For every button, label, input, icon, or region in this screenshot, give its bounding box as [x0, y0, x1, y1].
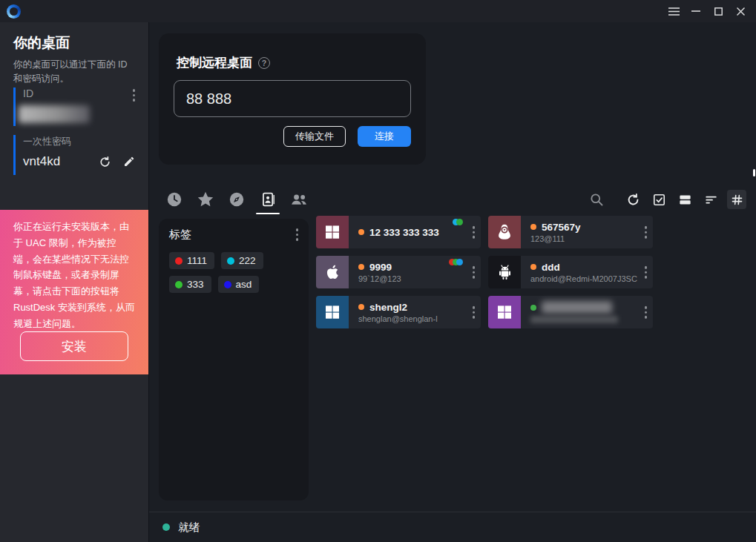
sidebar-description: 你的桌面可以通过下面的 ID 和密码访问。: [13, 58, 137, 87]
peer-menu-button[interactable]: [645, 306, 648, 319]
menu-icon[interactable]: [664, 2, 683, 20]
peer-card[interactable]: 567567y 123@111: [488, 216, 653, 248]
connect-panel: 控制远程桌面 ? 传输文件 连接: [159, 33, 426, 165]
scrollbar-thumb[interactable]: [753, 169, 755, 176]
peer-card[interactable]: shengl2 shenglan@shenglan-l: [316, 296, 481, 328]
transfer-file-button[interactable]: 传输文件: [283, 126, 346, 147]
tag-1111[interactable]: 1111: [169, 252, 214, 269]
sort-icon[interactable]: [701, 190, 720, 209]
peer-card[interactable]: [488, 296, 653, 328]
main-area: 控制远程桌面 ? 传输文件 连接: [148, 22, 756, 542]
tab-recent-sessions[interactable]: [165, 191, 183, 208]
help-icon[interactable]: ?: [258, 57, 270, 69]
rustdesk-logo-icon: [7, 4, 21, 19]
peer-tabbar: [149, 180, 756, 219]
tab-group[interactable]: [290, 191, 308, 208]
connection-badges: [456, 219, 463, 225]
status-dot: [530, 305, 536, 311]
linux-logo-icon: [488, 216, 521, 248]
apple-logo-icon: [316, 256, 349, 288]
peer-menu-button[interactable]: [645, 266, 648, 279]
status-dot: [530, 264, 536, 270]
sidebar-title: 你的桌面: [13, 33, 70, 53]
active-tab-underline: [256, 213, 280, 215]
windows-logo-icon: [488, 296, 521, 328]
tab-address-book[interactable]: [259, 191, 277, 208]
minimize-button[interactable]: [686, 2, 706, 20]
peer-menu-button[interactable]: [473, 226, 476, 239]
peer-actionbar: [580, 190, 756, 209]
peer-card[interactable]: 12 333 333 333: [316, 216, 481, 248]
tab-favorites[interactable]: [197, 191, 214, 208]
connect-panel-title: 控制远程桌面: [177, 54, 252, 71]
tab-discovered[interactable]: [228, 191, 246, 208]
install-warning-text: 你正在运行未安装版本，由于 UAC 限制，作为被控端，会在某些情况下无法控制鼠标…: [13, 219, 135, 332]
peer-card[interactable]: ddd android@Redmi-M2007J3SC: [488, 256, 653, 288]
tag-333[interactable]: 333: [169, 276, 211, 293]
tag-color-dot: [227, 257, 234, 265]
tags-panel: 标签 1111 222 333 asd: [159, 219, 309, 500]
search-icon[interactable]: [587, 190, 606, 209]
window-controls: [664, 2, 756, 20]
tags-list: 1111 222 333 asd: [169, 252, 298, 293]
peer-grid: 12 333 333 333 567567y 123@111: [316, 216, 732, 328]
connect-button[interactable]: 连接: [358, 126, 411, 147]
install-warning-banner: 你正在运行未安装版本，由于 UAC 限制，作为被控端，会在某些情况下无法控制鼠标…: [0, 210, 148, 374]
password-section: 一次性密码 vnt4kd: [13, 135, 135, 175]
tag-color-dot: [175, 257, 183, 265]
status-dot: [530, 224, 536, 230]
select-checkbox-icon[interactable]: [649, 190, 668, 209]
id-menu-button[interactable]: [133, 89, 136, 102]
windows-logo-icon: [316, 216, 349, 248]
windows-logo-icon: [316, 296, 349, 328]
sidebar: 你的桌面 你的桌面可以通过下面的 ID 和密码访问。 ID 一次性密码 vnt4…: [0, 22, 148, 542]
peer-subtitle-redacted: [530, 316, 618, 323]
connection-badges: [452, 259, 463, 265]
id-value-redacted: [19, 105, 90, 123]
edit-password-icon[interactable]: [123, 156, 135, 168]
statusbar: 就绪: [149, 512, 756, 542]
card-view-icon[interactable]: [675, 190, 694, 209]
id-label: ID: [23, 87, 135, 99]
ready-status-text: 就绪: [178, 520, 200, 535]
tag-color-dot: [224, 281, 231, 288]
tags-menu-button[interactable]: [296, 228, 299, 241]
tag-asd[interactable]: asd: [218, 276, 260, 293]
refresh-password-icon[interactable]: [99, 156, 111, 168]
refresh-icon[interactable]: [623, 190, 642, 209]
titlebar: [0, 0, 756, 22]
install-button[interactable]: 安装: [20, 331, 128, 361]
status-dot: [358, 229, 364, 235]
peer-card[interactable]: 9999 99`12@123: [316, 256, 481, 288]
maximize-button[interactable]: [709, 2, 728, 20]
one-time-password-value: vnt4kd: [23, 154, 60, 169]
tag-222[interactable]: 222: [221, 252, 263, 269]
tag-color-dot: [175, 281, 183, 288]
peer-menu-button[interactable]: [473, 266, 476, 279]
status-dot: [358, 264, 364, 270]
peer-menu-button[interactable]: [645, 226, 648, 239]
id-section: ID: [13, 87, 135, 126]
close-button[interactable]: [731, 2, 750, 20]
remote-id-input[interactable]: [174, 80, 411, 117]
peer-name-redacted: [542, 301, 612, 314]
android-logo-icon: [488, 256, 521, 288]
grid-view-icon[interactable]: [727, 190, 746, 209]
ready-status-dot: [162, 523, 170, 531]
tags-title: 标签: [169, 228, 191, 242]
status-dot: [358, 304, 364, 310]
one-time-password-label: 一次性密码: [23, 135, 135, 148]
peer-menu-button[interactable]: [473, 306, 476, 319]
